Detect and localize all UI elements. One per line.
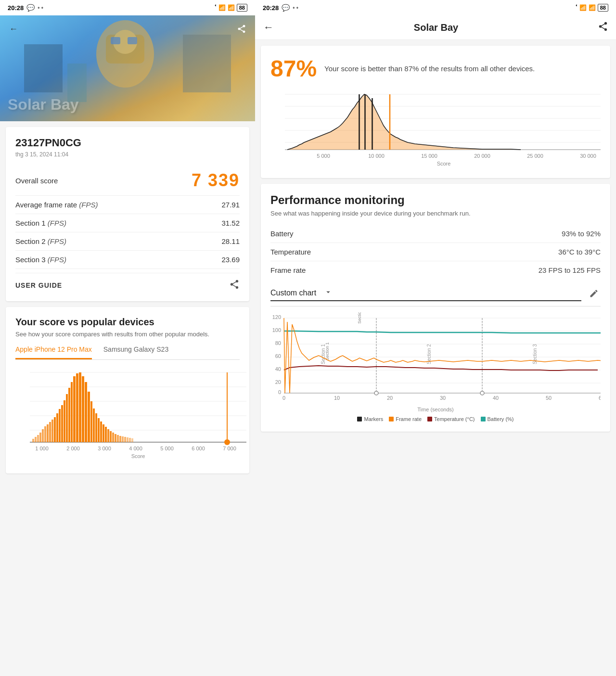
messenger-icon: 💬 <box>26 4 35 12</box>
svg-text:0: 0 <box>278 389 281 395</box>
perf-title: Performance monitoring <box>270 193 601 207</box>
svg-rect-75 <box>372 98 373 150</box>
legend-framerate: Frame rate <box>389 416 422 422</box>
status-left: 20:28 💬 • • <box>8 4 43 12</box>
messenger-icon-r: 💬 <box>282 4 290 12</box>
back-button-right[interactable]: ← <box>263 22 274 33</box>
battery-icon: 88 <box>237 4 247 12</box>
percent-desc: Your score is better than 87% of the res… <box>324 64 535 74</box>
markers-label: Markers <box>364 416 383 422</box>
svg-text:50: 50 <box>546 395 552 401</box>
avg-fps-label: Average frame rate (FPS) <box>15 201 98 209</box>
svg-rect-21 <box>47 424 49 442</box>
edit-button[interactable] <box>587 287 601 302</box>
legend: Markers Frame rate Temperature (°C) Batt… <box>270 416 601 422</box>
chart-dropdown-label: Custom chart <box>270 289 316 297</box>
svg-rect-53 <box>127 437 128 442</box>
perf-subtitle: See what was happening inside your devic… <box>270 210 601 217</box>
bluetooth-icon-r: ʿ <box>576 4 578 11</box>
framerate-value: 23 FPS to 125 FPS <box>539 266 601 274</box>
svg-text:60: 60 <box>599 395 601 401</box>
device-date: thg 3 15, 2024 11:04 <box>15 151 240 158</box>
left-panel: 20:28 💬 • • ʿ 📶 📶 88 <box>0 0 255 676</box>
share-button-hero[interactable] <box>236 23 247 35</box>
svg-rect-34 <box>79 372 81 442</box>
svg-text:2 000: 2 000 <box>66 446 80 451</box>
device-id: 23127PN0CG <box>15 137 240 149</box>
svg-text:Score: Score <box>131 453 145 459</box>
svg-rect-15 <box>32 439 34 442</box>
perf-chart: 120 100 80 60 40 20 0 Section 1 <box>270 312 601 422</box>
sec2-row: Section 2 (FPS) 28.11 <box>15 232 240 251</box>
svg-rect-38 <box>90 401 92 442</box>
legend-markers: Markers <box>357 416 383 422</box>
right-top-nav: ← Solar Bay <box>255 15 616 40</box>
svg-rect-16 <box>35 437 37 442</box>
avg-fps-value: 27.91 <box>221 201 240 209</box>
tab-samsung[interactable]: Samsung Galaxy S23 <box>103 345 168 359</box>
svg-rect-49 <box>117 435 119 442</box>
divider <box>270 306 601 306</box>
svg-text:30: 30 <box>440 395 446 401</box>
temperature-dot <box>427 417 432 421</box>
svg-text:10: 10 <box>334 395 340 401</box>
temperature-value: 36°C to 39°C <box>558 248 601 256</box>
framerate-dot <box>389 417 394 421</box>
time-right: 20:28 <box>263 4 279 12</box>
svg-rect-18 <box>39 433 41 442</box>
share-button-right[interactable] <box>598 21 608 34</box>
svg-rect-47 <box>112 433 114 442</box>
tab-iphone[interactable]: Apple iPhone 12 Pro Max <box>15 345 92 359</box>
temperature-legend-label: Temperature (°C) <box>434 416 475 422</box>
svg-rect-28 <box>64 400 65 442</box>
svg-text:10 000: 10 000 <box>368 153 385 159</box>
svg-text:40: 40 <box>275 366 281 372</box>
time-left: 20:28 <box>8 4 24 12</box>
battery-dot <box>481 417 486 421</box>
compare-chart: 1 000 2 000 3 000 4 000 5 000 6 000 7 00… <box>15 368 240 464</box>
svg-rect-7 <box>183 35 231 92</box>
framerate-label: Frame rate <box>270 266 306 274</box>
sec2-value: 28.11 <box>221 237 240 245</box>
perf-card: Performance monitoring See what was happ… <box>261 184 610 432</box>
svg-text:5 000: 5 000 <box>317 153 330 159</box>
svg-text:7 000: 7 000 <box>223 446 236 451</box>
share-button-card[interactable] <box>229 279 240 292</box>
dropdown-arrow-icon <box>324 288 333 298</box>
status-bar-left: 20:28 💬 • • ʿ 📶 📶 88 <box>0 0 255 15</box>
svg-text:30 000: 30 000 <box>580 153 596 159</box>
compare-tabs: Apple iPhone 12 Pro Max Samsung Galaxy S… <box>15 345 240 360</box>
svg-text:0: 0 <box>282 395 285 401</box>
svg-point-112 <box>374 391 378 395</box>
back-button[interactable]: ← <box>8 23 19 35</box>
chart-dropdown[interactable]: Custom chart <box>270 288 581 301</box>
battery-label: Battery <box>270 230 294 238</box>
svg-text:25 000: 25 000 <box>527 153 543 159</box>
temperature-label: Temperature <box>270 248 311 256</box>
sec3-label: Section 3 (FPS) <box>15 255 66 264</box>
svg-rect-37 <box>88 392 90 442</box>
compare-card: Your score vs popular devices See how yo… <box>6 307 249 473</box>
svg-rect-27 <box>61 405 63 442</box>
sec3-value: 23.69 <box>221 255 240 264</box>
svg-rect-50 <box>119 436 121 442</box>
svg-rect-29 <box>66 394 68 442</box>
framerate-legend-label: Frame rate <box>396 416 422 422</box>
avg-fps-row: Average frame rate (FPS) 27.91 <box>15 196 240 214</box>
sec3-row: Section 3 (FPS) 23.69 <box>15 251 240 269</box>
svg-rect-35 <box>82 376 84 442</box>
status-right-left: 20:28 💬 • • <box>263 4 298 12</box>
svg-rect-45 <box>107 429 109 442</box>
svg-text:20: 20 <box>275 379 281 385</box>
status-right-right: ʿ 📶 📶 88 <box>576 4 608 12</box>
svg-marker-72 <box>287 94 601 150</box>
svg-rect-43 <box>103 424 104 442</box>
svg-point-113 <box>480 391 484 395</box>
framerate-row: Frame rate 23 FPS to 125 FPS <box>270 261 601 279</box>
svg-rect-51 <box>122 436 124 442</box>
chart-selector: Custom chart <box>270 287 601 302</box>
status-right: ʿ 📶 📶 88 <box>215 4 247 12</box>
svg-rect-36 <box>85 382 87 442</box>
svg-rect-31 <box>71 382 73 442</box>
svg-rect-42 <box>100 421 102 442</box>
